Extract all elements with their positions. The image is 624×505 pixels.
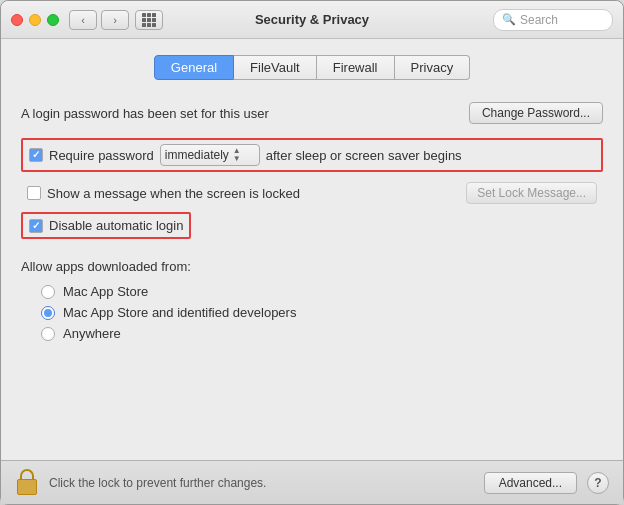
radio-button-mac-app-store-identified[interactable] [41, 306, 55, 320]
after-sleep-label: after sleep or screen saver begins [266, 148, 462, 163]
checkmark-icon-2: ✓ [32, 221, 40, 231]
immediately-value: immediately [165, 148, 229, 162]
maximize-button[interactable] [47, 14, 59, 26]
tab-bar: General FileVault Firewall Privacy [21, 55, 603, 80]
forward-button[interactable]: › [101, 10, 129, 30]
tab-firewall[interactable]: Firewall [317, 55, 395, 80]
dropdown-arrows-icon: ▲ ▼ [233, 147, 241, 163]
show-message-checkbox[interactable] [27, 186, 41, 200]
allow-apps-title: Allow apps downloaded from: [21, 259, 603, 274]
content-area: General FileVault Firewall Privacy A log… [1, 39, 623, 460]
window-title: Security & Privacy [255, 12, 369, 27]
radio-group: Mac App Store Mac App Store and identifi… [41, 284, 603, 341]
chevron-right-icon: › [113, 14, 117, 26]
show-message-label: Show a message when the screen is locked [47, 186, 300, 201]
back-button[interactable]: ‹ [69, 10, 97, 30]
checkmark-icon: ✓ [32, 150, 40, 160]
radio-mac-app-store[interactable]: Mac App Store [41, 284, 603, 299]
set-lock-message-button[interactable]: Set Lock Message... [466, 182, 597, 204]
login-password-row: A login password has been set for this u… [21, 102, 603, 124]
search-placeholder: Search [520, 13, 558, 27]
titlebar: ‹ › Security & Privacy 🔍 Search [1, 1, 623, 39]
lock-icon[interactable] [15, 469, 39, 497]
grid-icon [142, 13, 156, 27]
nav-buttons: ‹ › [69, 10, 129, 30]
advanced-button[interactable]: Advanced... [484, 472, 577, 494]
radio-anywhere[interactable]: Anywhere [41, 326, 603, 341]
grid-view-button[interactable] [135, 10, 163, 30]
require-password-checkbox[interactable]: ✓ [29, 148, 43, 162]
immediately-dropdown[interactable]: immediately ▲ ▼ [160, 144, 260, 166]
disable-login-row: ✓ Disable automatic login [21, 212, 191, 239]
lock-body [17, 479, 37, 495]
footer: Click the lock to prevent further change… [1, 460, 623, 504]
general-panel: A login password has been set for this u… [21, 98, 603, 460]
change-password-button[interactable]: Change Password... [469, 102, 603, 124]
help-button[interactable]: ? [587, 472, 609, 494]
show-message-row: Show a message when the screen is locked… [21, 178, 603, 208]
radio-button-anywhere[interactable] [41, 327, 55, 341]
search-box[interactable]: 🔍 Search [493, 9, 613, 31]
disable-login-label: Disable automatic login [49, 218, 183, 233]
radio-inner-dot [44, 309, 52, 317]
radio-label-mac-app-store: Mac App Store [63, 284, 148, 299]
chevron-left-icon: ‹ [81, 14, 85, 26]
disable-login-checkbox[interactable]: ✓ [29, 219, 43, 233]
radio-label-mac-app-store-identified: Mac App Store and identified developers [63, 305, 296, 320]
allow-apps-section: Allow apps downloaded from: Mac App Stor… [21, 259, 603, 341]
require-password-label: Require password [49, 148, 154, 163]
radio-mac-app-store-identified[interactable]: Mac App Store and identified developers [41, 305, 603, 320]
tab-privacy[interactable]: Privacy [395, 55, 471, 80]
login-password-text: A login password has been set for this u… [21, 106, 269, 121]
require-password-row: ✓ Require password immediately ▲ ▼ after… [21, 138, 603, 172]
window: ‹ › Security & Privacy 🔍 Search General … [0, 0, 624, 505]
search-icon: 🔍 [502, 13, 516, 26]
radio-button-mac-app-store[interactable] [41, 285, 55, 299]
tab-general[interactable]: General [154, 55, 234, 80]
close-button[interactable] [11, 14, 23, 26]
radio-label-anywhere: Anywhere [63, 326, 121, 341]
traffic-lights [11, 14, 59, 26]
tab-filevault[interactable]: FileVault [234, 55, 317, 80]
footer-lock-text: Click the lock to prevent further change… [49, 476, 474, 490]
lock-shackle [20, 469, 34, 479]
minimize-button[interactable] [29, 14, 41, 26]
